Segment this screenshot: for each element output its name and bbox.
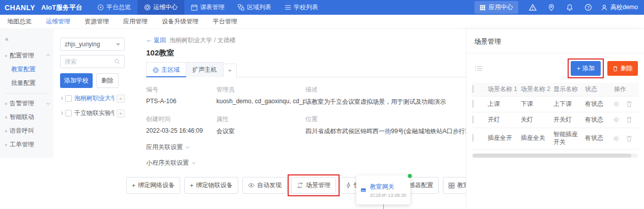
scene-mgmt-button[interactable]: 场景管理 xyxy=(291,177,336,194)
sidebar-item-smart-linkage[interactable]: 智能联动 xyxy=(0,110,53,124)
overview-icon xyxy=(97,4,104,11)
topnav-platform-overview[interactable]: 平台总览 xyxy=(91,0,137,15)
field-value: kuosh_demo, cd_gaoxinqu, cd_ptsxx xyxy=(216,98,305,105)
panel-title: 场景管理 xyxy=(466,29,644,53)
row-checkbox[interactable] xyxy=(472,115,473,124)
classroom-cards-button[interactable]: 教室卡片 xyxy=(443,177,466,194)
section-label: 应用关联设置 xyxy=(146,143,183,152)
topnav-region-list[interactable]: 区域列表 xyxy=(231,0,278,15)
section-app-link-settings[interactable]: 应用关联设置 xyxy=(146,143,189,152)
field-value: 该教室为千立会议室虚拟场景，用于测试及功能演示 xyxy=(305,98,466,106)
cell-scene-name2: 插座全关 xyxy=(520,132,552,145)
tab-speaker-host[interactable]: 扩声主机 xyxy=(186,62,223,77)
app-center-button[interactable]: 应用中心 xyxy=(474,1,518,14)
horizontal-scrollbar[interactable] xyxy=(472,154,638,158)
sidebar-item-classroom-config[interactable]: 教室配置 xyxy=(0,63,53,76)
table-row: 开灯 关灯 开关灯 有状态 xyxy=(471,112,639,128)
notification-bell-icon[interactable] xyxy=(561,4,579,11)
field-number: 编号 PTS-A-106 xyxy=(146,85,216,106)
scene-icon xyxy=(297,182,303,189)
plus-icon: + xyxy=(190,182,193,189)
bind-network-device-button[interactable]: + 绑定网络设备 xyxy=(126,177,180,194)
topnav-timetable[interactable]: 课表管理 xyxy=(184,0,231,15)
tree-node-label[interactable]: 泡桐树职业大学 xyxy=(74,94,114,103)
row-checkbox[interactable] xyxy=(472,100,473,108)
row-checkbox[interactable] xyxy=(472,134,473,142)
subnav-device-upgrade-mgmt[interactable]: 设备升级管理 xyxy=(155,17,206,26)
cards-icon xyxy=(449,183,455,189)
field-label: 位置 xyxy=(305,115,466,124)
bind-iot-device-button[interactable]: + 绑定物联设备 xyxy=(184,177,238,194)
tab-main-zone[interactable]: 主区域 xyxy=(146,62,186,77)
divider xyxy=(4,93,49,94)
sidebar-item-voice-call[interactable]: 语音呼叫 xyxy=(0,124,53,138)
list-view-icon[interactable] xyxy=(474,65,483,72)
sidebar-item-batch-config[interactable]: 批量配置 xyxy=(0,76,53,90)
select-all-checkbox[interactable] xyxy=(472,85,473,93)
cell-scene-name1: 上课 xyxy=(487,98,520,111)
sidebar-collapse-button[interactable]: « xyxy=(0,31,53,49)
product-name: AIoT服务平台 xyxy=(41,3,82,12)
section-miniprogram-link-settings[interactable]: 小程序关联设置 xyxy=(146,159,195,167)
topnav-ops-center[interactable]: 运维中心 xyxy=(137,0,184,15)
cell-status: 有状态 xyxy=(584,132,607,145)
subnav-platform-mgmt[interactable]: 平台管理 xyxy=(206,17,244,26)
sidebar-item-label: 智能联动 xyxy=(10,113,34,122)
cell-scene-name2: 关灯 xyxy=(520,113,552,127)
sidebar-item-work-order-mgmt[interactable]: 工单管理 xyxy=(0,138,53,152)
auto-discover-button[interactable]: 自动发现 xyxy=(242,177,287,194)
field-location: 位置 四川省成都市武侯区锦晖西一街99号(金融城地铁站A口步行350米)(荣盛·… xyxy=(305,115,466,136)
tree-node-school-2[interactable]: 千立物联实验学 + xyxy=(60,109,125,117)
trash-icon[interactable] xyxy=(626,135,632,142)
add-node-button[interactable]: + xyxy=(117,95,125,103)
location-icon[interactable] xyxy=(542,4,561,11)
user-menu[interactable]: 高校demo xyxy=(601,3,638,12)
trash-icon[interactable] xyxy=(626,116,632,123)
gear-icon[interactable] xyxy=(613,101,620,107)
gear-icon[interactable] xyxy=(613,116,620,123)
bullet-icon xyxy=(5,103,7,105)
gear-icon[interactable] xyxy=(613,135,620,142)
account-select[interactable]: zhjs_yunying xyxy=(60,38,125,51)
topnav-label: 运维中心 xyxy=(153,3,178,12)
school-tree-panel: zhjs_yunying 添加学校 删除 泡桐树职业大学 + 千立物联实验学 xyxy=(53,29,125,209)
trash-icon[interactable] xyxy=(626,101,632,107)
tree-node-label[interactable]: 千立物联实验学 xyxy=(74,109,114,117)
add-node-button[interactable]: + xyxy=(117,109,125,117)
tree-node-checkbox[interactable] xyxy=(65,95,72,102)
cell-display-name: 开关灯 xyxy=(552,113,584,127)
tree-node-school-1[interactable]: 泡桐树职业大学 + xyxy=(60,94,125,103)
delete-scene-button[interactable]: 删除 xyxy=(607,61,638,76)
subnav-app-mgmt[interactable]: 应用管理 xyxy=(116,17,155,26)
breadcrumb: ← 返回 泡桐树职业大学 / 文德楼 xyxy=(146,36,466,45)
top-nav: 平台总览 运维中心 课表管理 区域列表 学校列表 xyxy=(91,0,325,15)
grid-icon xyxy=(480,5,486,11)
topnav-label: 学校列表 xyxy=(294,3,318,12)
add-scene-button[interactable]: + 添加 xyxy=(571,61,601,76)
add-school-button[interactable]: 添加学校 xyxy=(60,73,93,88)
scrollbar-thumb[interactable] xyxy=(472,154,631,158)
subnav-ops-mgmt[interactable]: 运维管理 xyxy=(39,17,77,26)
back-link[interactable]: ← 返回 xyxy=(146,36,166,45)
help-icon[interactable]: ? xyxy=(579,4,598,11)
gateway-icon xyxy=(360,183,366,197)
classroom-detail: ← 返回 泡桐树职业大学 / 文德楼 102教室 主区域 扩声主机 + 编号 xyxy=(125,29,466,209)
sidebar-item-label: 工单管理 xyxy=(10,140,34,149)
sidebar-item-alarm-mgmt[interactable]: 告警管理 xyxy=(0,97,53,110)
subnav-resource-mgmt[interactable]: 资源管理 xyxy=(77,17,116,26)
add-tab-button[interactable]: + xyxy=(223,64,237,77)
cell-status: 有状态 xyxy=(584,113,607,127)
ops-center-icon xyxy=(144,4,151,11)
topnav-school-list[interactable]: 学校列表 xyxy=(278,0,325,15)
delete-school-button[interactable]: 删除 xyxy=(96,73,119,88)
sidebar: « 配置管理 教室配置 批量配置 告警管理 智能联动 xyxy=(0,29,53,209)
tree-node-checkbox[interactable] xyxy=(65,110,72,116)
school-search-input[interactable] xyxy=(65,58,111,65)
alarm-warning-icon[interactable] xyxy=(523,4,542,11)
topnav-label: 课表管理 xyxy=(200,3,225,12)
sidebar-item-config-mgmt[interactable]: 配置管理 xyxy=(0,49,53,63)
chevron-down-icon xyxy=(186,145,189,148)
subnav-map-overview[interactable]: 地图总览 xyxy=(0,17,39,26)
gateway-device-card[interactable]: 教室网关 2C1E4F:13:2B:30 xyxy=(356,175,410,204)
field-value: 会议室 xyxy=(216,127,305,136)
